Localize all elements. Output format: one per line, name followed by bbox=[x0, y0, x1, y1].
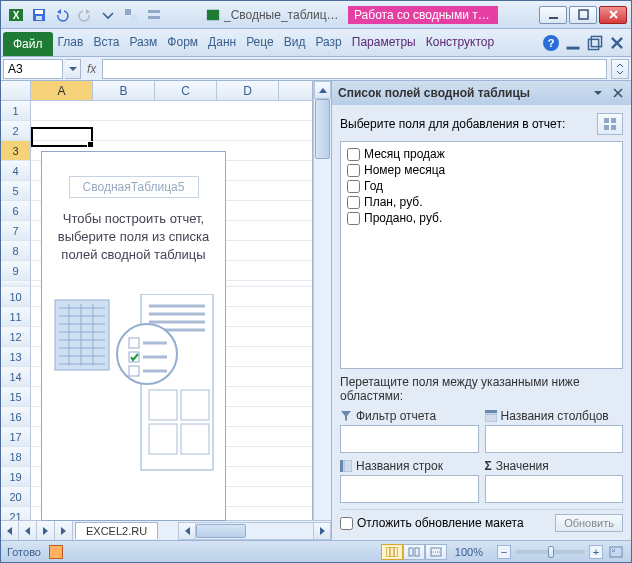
scroll-left-icon[interactable] bbox=[178, 522, 196, 540]
horizontal-scrollbar[interactable] bbox=[178, 521, 331, 540]
field-list-titlebar[interactable]: Список полей сводной таблицы bbox=[332, 81, 631, 105]
mdi-minimize-icon[interactable] bbox=[565, 35, 581, 51]
row-header[interactable]: 9 bbox=[1, 261, 31, 281]
row-header[interactable]: 7 bbox=[1, 221, 31, 241]
field-checkbox[interactable] bbox=[347, 148, 360, 161]
file-tab[interactable]: Файл bbox=[3, 32, 53, 56]
tab-nav-first-icon[interactable] bbox=[1, 521, 19, 540]
scroll-right-icon[interactable] bbox=[313, 522, 331, 540]
field-item[interactable]: Год bbox=[345, 178, 618, 194]
col-header-A[interactable]: A bbox=[31, 81, 93, 100]
field-checkbox[interactable] bbox=[347, 196, 360, 209]
undo-icon[interactable] bbox=[51, 4, 73, 26]
row-header[interactable]: 15 bbox=[1, 387, 31, 407]
zoom-fit-icon[interactable] bbox=[607, 545, 625, 559]
vscroll-track[interactable] bbox=[314, 99, 331, 522]
field-item[interactable]: Месяц продаж bbox=[345, 146, 618, 162]
row-header[interactable]: 6 bbox=[1, 201, 31, 221]
name-box-dropdown[interactable] bbox=[65, 59, 81, 79]
row-header[interactable]: 1 bbox=[1, 101, 31, 121]
field-checkbox[interactable] bbox=[347, 212, 360, 225]
tab-data[interactable]: Данн bbox=[203, 29, 241, 56]
tab-formulas[interactable]: Форм bbox=[162, 29, 203, 56]
maximize-button[interactable] bbox=[569, 6, 597, 24]
close-window-button[interactable] bbox=[599, 6, 627, 24]
col-header-C[interactable]: C bbox=[155, 81, 217, 100]
row-header[interactable]: 4 bbox=[1, 161, 31, 181]
view-page-break-icon[interactable] bbox=[425, 544, 447, 560]
row-header[interactable]: 19 bbox=[1, 467, 31, 487]
qat-customize-icon[interactable] bbox=[97, 4, 119, 26]
hscroll-thumb[interactable] bbox=[196, 524, 246, 538]
tab-nav-last-icon[interactable] bbox=[55, 521, 73, 540]
mdi-close-icon[interactable] bbox=[609, 35, 625, 51]
area-values-drop[interactable] bbox=[485, 475, 624, 503]
tab-nav-next-icon[interactable] bbox=[37, 521, 55, 540]
mdi-restore-icon[interactable] bbox=[587, 35, 603, 51]
view-page-layout-icon[interactable] bbox=[403, 544, 425, 560]
vertical-scrollbar[interactable] bbox=[313, 81, 331, 540]
name-box[interactable]: A3 bbox=[3, 59, 63, 79]
row-header[interactable]: 17 bbox=[1, 427, 31, 447]
field-checkbox[interactable] bbox=[347, 164, 360, 177]
tab-pivot-options[interactable]: Параметры bbox=[347, 29, 421, 56]
area-filter-drop[interactable] bbox=[340, 425, 479, 453]
row-header[interactable]: 2 bbox=[1, 121, 31, 141]
field-list-layout-button[interactable] bbox=[597, 113, 623, 135]
col-header-B[interactable]: B bbox=[93, 81, 155, 100]
defer-update-checkbox[interactable] bbox=[340, 517, 353, 530]
view-normal-icon[interactable] bbox=[381, 544, 403, 560]
tab-insert[interactable]: Вста bbox=[88, 29, 124, 56]
excel-app-icon[interactable]: X bbox=[5, 4, 27, 26]
row-header[interactable]: 8 bbox=[1, 241, 31, 261]
tab-pivot-design[interactable]: Конструктор bbox=[421, 29, 499, 56]
field-list-box[interactable]: Месяц продаж Номер месяца Год План, руб.… bbox=[340, 141, 623, 369]
row-header[interactable]: 12 bbox=[1, 327, 31, 347]
tab-review[interactable]: Реце bbox=[241, 29, 279, 56]
help-button[interactable]: ? bbox=[543, 35, 559, 51]
hscroll-track[interactable] bbox=[196, 522, 313, 540]
qat-extra2-icon[interactable] bbox=[143, 4, 165, 26]
zoom-in-button[interactable]: + bbox=[589, 545, 603, 559]
row-header[interactable]: 3 bbox=[1, 141, 31, 161]
row-header[interactable]: 20 bbox=[1, 487, 31, 507]
redo-icon[interactable] bbox=[74, 4, 96, 26]
tab-home[interactable]: Глав bbox=[53, 29, 89, 56]
macro-record-icon[interactable] bbox=[49, 545, 63, 559]
field-item[interactable]: Номер месяца bbox=[345, 162, 618, 178]
formula-input[interactable] bbox=[102, 59, 607, 79]
fx-icon[interactable]: fx bbox=[81, 62, 102, 76]
tab-view[interactable]: Вид bbox=[279, 29, 311, 56]
field-checkbox[interactable] bbox=[347, 180, 360, 193]
formula-bar-expand[interactable] bbox=[611, 59, 629, 79]
area-rows-drop[interactable] bbox=[340, 475, 479, 503]
row-header[interactable]: 5 bbox=[1, 181, 31, 201]
tab-developer[interactable]: Разр bbox=[310, 29, 346, 56]
field-item[interactable]: Продано, руб. bbox=[345, 210, 618, 226]
row-header[interactable]: 11 bbox=[1, 307, 31, 327]
save-icon[interactable] bbox=[28, 4, 50, 26]
sheet-tab[interactable]: EXCEL2.RU bbox=[75, 522, 158, 539]
zoom-track[interactable] bbox=[515, 550, 585, 554]
spreadsheet[interactable]: A B C D 1 2 3 4 5 6 7 8 9 10 11 12 13 14… bbox=[1, 81, 313, 540]
zoom-percent[interactable]: 100% bbox=[455, 546, 483, 558]
field-item[interactable]: План, руб. bbox=[345, 194, 618, 210]
scroll-up-icon[interactable] bbox=[314, 81, 331, 99]
area-columns-drop[interactable] bbox=[485, 425, 624, 453]
tab-layout[interactable]: Разм bbox=[124, 29, 162, 56]
row-header[interactable]: 10 bbox=[1, 287, 31, 307]
row-header[interactable]: 14 bbox=[1, 367, 31, 387]
zoom-out-button[interactable]: − bbox=[497, 545, 511, 559]
field-list-options-icon[interactable] bbox=[591, 91, 605, 95]
tab-nav-prev-icon[interactable] bbox=[19, 521, 37, 540]
vscroll-thumb[interactable] bbox=[315, 99, 330, 159]
qat-extra1-icon[interactable] bbox=[120, 4, 142, 26]
update-button[interactable]: Обновить bbox=[555, 514, 623, 532]
minimize-button[interactable] bbox=[539, 6, 567, 24]
row-header[interactable]: 16 bbox=[1, 407, 31, 427]
field-list-close-icon[interactable] bbox=[611, 88, 625, 98]
row-header[interactable]: 18 bbox=[1, 447, 31, 467]
col-header-D[interactable]: D bbox=[217, 81, 279, 100]
select-all-corner[interactable] bbox=[1, 81, 31, 100]
pivot-placeholder[interactable]: СводнаяТаблица5 Чтобы построить отчет, в… bbox=[41, 151, 226, 521]
